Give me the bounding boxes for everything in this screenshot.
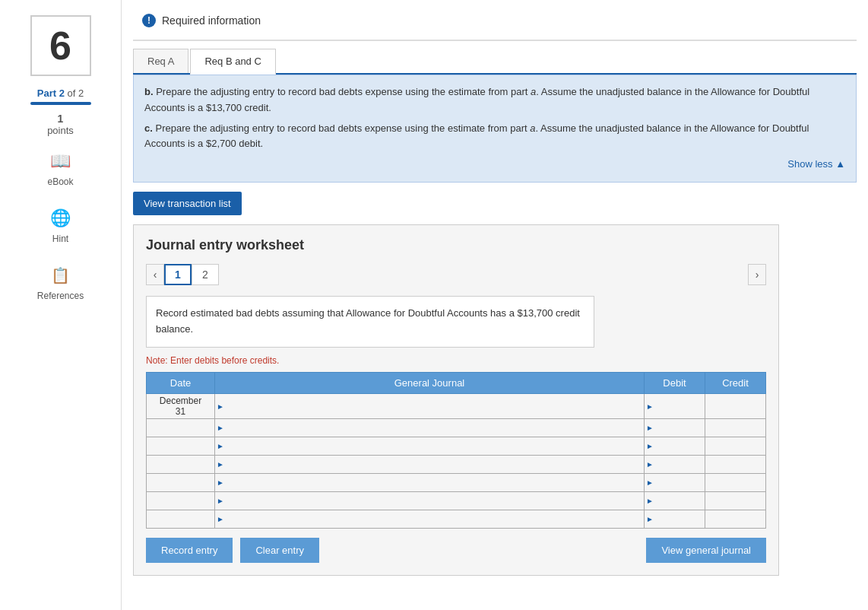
date-cell-5 xyxy=(147,473,215,491)
debit-cell-2[interactable]: ► xyxy=(645,418,705,437)
table-row: ► ► xyxy=(147,455,766,473)
clear-entry-button[interactable]: Clear entry xyxy=(240,538,319,563)
debit-cell-5[interactable]: ► xyxy=(645,473,705,491)
date-cell-7 xyxy=(147,510,215,528)
arrow-indicator: ► xyxy=(646,442,654,450)
info-part-b: b. Prepare the adjusting entry to record… xyxy=(144,84,845,116)
table-row: ► ► xyxy=(147,437,766,455)
credit-cell-3[interactable] xyxy=(705,437,766,455)
separator xyxy=(133,40,857,41)
hint-link[interactable]: 🌐 Hint xyxy=(0,196,121,253)
action-buttons: Record entry Clear entry View general jo… xyxy=(146,538,766,563)
col-header-date: Date xyxy=(147,372,215,393)
credit-input-2[interactable] xyxy=(705,419,765,437)
journal-cell-5[interactable]: ► xyxy=(215,473,645,491)
date-cell-2 xyxy=(147,418,215,437)
info-part-c: c. Prepare the adjusting entry to record… xyxy=(144,121,845,153)
table-row: ► ► xyxy=(147,418,766,437)
journal-input-4[interactable] xyxy=(215,456,644,473)
journal-table: Date General Journal Debit Credit Decemb… xyxy=(146,372,766,529)
journal-input-2[interactable] xyxy=(215,419,644,437)
required-info-icon: ! xyxy=(142,14,156,27)
credit-cell-5[interactable] xyxy=(705,473,766,491)
sidebar: 6 Part 2 of 2 1 points 📖 eBook 🌐 Hint 📋 … xyxy=(0,0,122,610)
journal-cell-1[interactable]: ► xyxy=(215,393,645,418)
journal-input-7[interactable] xyxy=(215,510,644,528)
arrow-indicator: ► xyxy=(646,478,654,487)
part-of: of 2 xyxy=(68,87,84,99)
progress-bar xyxy=(30,102,91,105)
required-info-text: Required information xyxy=(162,14,261,27)
credit-input-5[interactable] xyxy=(705,474,765,491)
journal-cell-3[interactable]: ► xyxy=(215,437,645,455)
nav-prev-button[interactable]: ‹ xyxy=(146,264,164,285)
hint-label: Hint xyxy=(52,234,68,244)
credit-input-3[interactable] xyxy=(705,437,765,455)
description-box: Record estimated bad debts assuming that… xyxy=(146,296,594,348)
arrow-indicator: ► xyxy=(217,515,224,523)
record-entry-button[interactable]: Record entry xyxy=(146,538,233,563)
arrow-indicator: ► xyxy=(217,460,224,469)
debit-cell-7[interactable]: ► xyxy=(645,510,705,528)
arrow-indicator: ► xyxy=(646,460,654,469)
credit-input-7[interactable] xyxy=(705,510,765,528)
journal-input-3[interactable] xyxy=(215,437,644,455)
ebook-link[interactable]: 📖 eBook xyxy=(0,139,121,196)
credit-cell-7[interactable] xyxy=(705,510,766,528)
debit-cell-3[interactable]: ► xyxy=(645,437,705,455)
debit-cell-1[interactable]: ► xyxy=(645,393,705,418)
date-cell-4 xyxy=(147,455,215,473)
points-number: 1 xyxy=(0,113,121,125)
required-info-bar: ! Required information xyxy=(133,8,857,33)
note-text: Note: Enter debits before credits. xyxy=(146,355,766,366)
part-indicator: Part 2 of 2 xyxy=(0,87,121,99)
credit-cell-4[interactable] xyxy=(705,455,766,473)
credit-input-4[interactable] xyxy=(705,456,765,473)
view-general-journal-button[interactable]: View general journal xyxy=(646,538,766,563)
journal-cell-2[interactable]: ► xyxy=(215,418,645,437)
nav-page-1[interactable]: 1 xyxy=(164,264,192,285)
col-header-journal: General Journal xyxy=(215,372,645,393)
references-link[interactable]: 📋 References xyxy=(0,253,121,310)
credit-cell-1[interactable] xyxy=(705,393,766,418)
date-cell-3 xyxy=(147,437,215,455)
journal-cell-4[interactable]: ► xyxy=(215,455,645,473)
credit-cell-6[interactable] xyxy=(705,491,766,510)
col-header-debit: Debit xyxy=(645,372,705,393)
view-transaction-button[interactable]: View transaction list xyxy=(133,192,242,215)
tab-req-bc[interactable]: Req B and C xyxy=(190,49,275,75)
nav-next-button[interactable]: › xyxy=(748,264,766,285)
nav-row: ‹ 1 2 › xyxy=(146,264,766,285)
arrow-indicator: ► xyxy=(217,442,224,450)
hint-icon: 🌐 xyxy=(48,205,74,231)
info-box: b. Prepare the adjusting entry to record… xyxy=(133,75,857,183)
date-cell-6 xyxy=(147,491,215,510)
journal-input-1[interactable] xyxy=(215,394,644,418)
table-row: ► ► xyxy=(147,473,766,491)
part-label: Part 2 xyxy=(37,87,65,99)
col-header-credit: Credit xyxy=(705,372,766,393)
arrow-indicator: ► xyxy=(217,497,224,505)
credit-input-6[interactable] xyxy=(705,492,765,510)
tab-req-a[interactable]: Req A xyxy=(133,49,188,73)
journal-cell-6[interactable]: ► xyxy=(215,491,645,510)
nav-page-2[interactable]: 2 xyxy=(192,264,219,285)
points-label: points xyxy=(47,125,74,136)
arrow-indicator: ► xyxy=(217,402,224,410)
debit-cell-6[interactable]: ► xyxy=(645,491,705,510)
journal-cell-7[interactable]: ► xyxy=(215,510,645,528)
show-less-button[interactable]: Show less ▲ xyxy=(144,157,845,173)
references-label: References xyxy=(37,291,84,301)
journal-input-6[interactable] xyxy=(215,492,644,510)
arrow-indicator: ► xyxy=(646,424,654,432)
credit-cell-2[interactable] xyxy=(705,418,766,437)
debit-cell-4[interactable]: ► xyxy=(645,455,705,473)
references-icon: 📋 xyxy=(48,262,74,288)
arrow-indicator: ► xyxy=(646,497,654,505)
worksheet-title: Journal entry worksheet xyxy=(146,237,766,253)
tabs-row: Req A Req B and C xyxy=(133,49,857,75)
points-display: 1 points xyxy=(0,113,121,136)
journal-input-5[interactable] xyxy=(215,474,644,491)
credit-input-1[interactable] xyxy=(705,394,765,418)
arrow-indicator: ► xyxy=(217,424,224,432)
